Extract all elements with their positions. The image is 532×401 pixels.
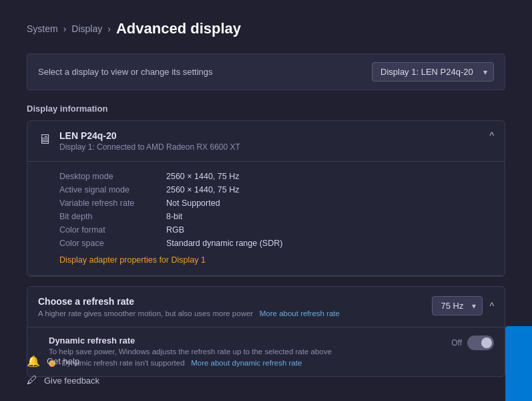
toggle-thumb [481,338,492,348]
adapter-properties-link[interactable]: Display adapter properties for Display 1 [59,255,206,265]
info-row-active-signal: Active signal mode 2560 × 1440, 75 Hz [59,183,494,196]
footer: 🔔 Get help 🖊 Give feedback [27,355,99,386]
display-info-title: Display information [27,104,505,114]
breadcrumb-display[interactable]: Display [71,23,102,34]
toggle-off-label: Off [451,338,462,348]
breadcrumb: System › Display › Advanced display [27,20,505,37]
refresh-rate-subtitle: A higher rate gives smoother motion, but… [38,309,419,317]
refresh-more-link[interactable]: More about refresh rate [260,309,340,317]
display-dropdown-wrapper: Display 1: LEN P24q-20 [372,62,494,82]
refresh-panel-chevron[interactable]: ^ [489,301,494,311]
label-variable-refresh: Variable refresh rate [59,198,166,208]
label-color-format: Color format [59,225,166,235]
value-bit-depth: 8-bit [166,212,182,221]
monitor-icon: 🖥 [38,132,51,147]
monitor-info: LEN P24q-20 Display 1: Connected to AMD … [59,130,240,152]
label-bit-depth: Bit depth [59,212,166,221]
monitor-connection: Display 1: Connected to AMD Radeon RX 66… [59,142,240,152]
refresh-rate-dropdown[interactable]: 60 Hz75 Hz [432,296,483,315]
value-color-space: Standard dynamic range (SDR) [166,239,282,248]
value-active-signal: 2560 × 1440, 75 Hz [166,185,239,194]
display-selector-label: Select a display to view or change its s… [38,67,213,77]
display-info-table: Desktop mode 2560 × 1440, 75 Hz Active s… [27,162,505,276]
display-info-header-left: 🖥 LEN P24q-20 Display 1: Connected to AM… [38,130,240,152]
info-row-bit-depth: Bit depth 8-bit [59,210,494,223]
blue-accent [505,326,532,401]
value-color-format: RGB [166,225,184,235]
settings-page: System › Display › Advanced display Sele… [0,0,532,401]
display-info-chevron[interactable]: ^ [489,130,494,141]
info-row-variable-refresh: Variable refresh rate Not Supported [59,196,494,210]
label-desktop-mode: Desktop mode [59,172,166,181]
info-row-color-space: Color space Standard dynamic range (SDR) [59,237,494,250]
give-feedback-link[interactable]: 🖊 Give feedback [27,374,99,386]
breadcrumb-sep1: › [63,23,67,34]
page-title: Advanced display [116,20,241,37]
info-row-desktop-mode: Desktop mode 2560 × 1440, 75 Hz [59,170,494,183]
value-variable-refresh: Not Supported [166,198,220,208]
label-active-signal: Active signal mode [59,185,166,194]
give-feedback-label: Give feedback [44,376,99,386]
info-row-color-format: Color format RGB [59,223,494,237]
refresh-left: Choose a refresh rate A higher rate give… [38,296,419,317]
label-color-space: Color space [59,239,166,248]
get-help-label: Get help [47,356,79,366]
monitor-name: LEN P24q-20 [59,130,240,141]
dynamic-refresh-header: Dynamic refresh rate To help save power,… [49,336,494,356]
refresh-rate-header: Choose a refresh rate A higher rate give… [27,287,505,327]
refresh-sub-text: A higher rate gives smoother motion, but… [38,309,253,317]
get-help-link[interactable]: 🔔 Get help [27,355,99,368]
refresh-right: 60 Hz75 Hz ^ [432,296,494,315]
dynamic-refresh-title: Dynamic refresh rate [49,336,332,346]
breadcrumb-sep2: › [107,23,111,34]
display-info-header: 🖥 LEN P24q-20 Display 1: Connected to AM… [27,121,505,162]
help-icon: 🔔 [27,355,40,368]
dynamic-more-link[interactable]: More about dynamic refresh rate [191,359,302,367]
display-dropdown[interactable]: Display 1: LEN P24q-20 [372,62,494,82]
refresh-rate-title: Choose a refresh rate [38,296,419,307]
value-desktop-mode: 2560 × 1440, 75 Hz [166,172,239,181]
dynamic-refresh-info: Dynamic refresh rate To help save power,… [49,336,332,356]
feedback-icon: 🖊 [27,374,37,386]
display-info-panel: 🖥 LEN P24q-20 Display 1: Connected to AM… [27,120,505,277]
breadcrumb-system[interactable]: System [27,23,58,34]
dynamic-refresh-toggle-wrapper: Off [451,336,494,350]
dynamic-refresh-toggle[interactable] [467,336,494,350]
display-selector-bar: Select a display to view or change its s… [27,53,505,90]
dynamic-refresh-warning: Dynamic refresh rate isn't supported Mor… [49,359,494,367]
refresh-dropdown-wrapper: 60 Hz75 Hz [432,296,483,315]
